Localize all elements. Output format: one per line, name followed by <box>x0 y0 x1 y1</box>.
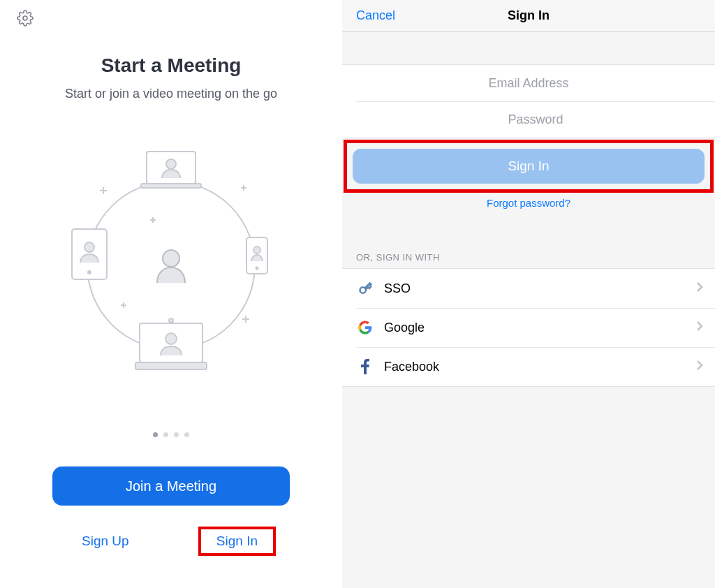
chevron-right-icon <box>695 320 704 335</box>
credentials-form <box>342 64 715 138</box>
google-label: Google <box>384 321 695 335</box>
google-icon <box>356 321 374 335</box>
svg-point-5 <box>166 159 176 169</box>
devices-illustration <box>66 143 276 383</box>
sign-in-link[interactable]: Sign In <box>198 527 276 556</box>
alt-signin-label: OR, SIGN IN WITH <box>342 252 715 268</box>
svg-point-11 <box>256 267 258 270</box>
google-option[interactable]: Google <box>342 308 715 347</box>
key-icon <box>356 281 374 295</box>
sign-in-screen: Cancel Sign In Sign In Forgot password? … <box>342 0 715 588</box>
settings-icon[interactable] <box>17 10 34 29</box>
nav-title: Sign In <box>508 8 550 23</box>
password-field[interactable] <box>356 112 715 127</box>
welcome-subtitle: Start or join a video meeting on the go <box>65 87 277 101</box>
svg-point-14 <box>165 333 177 344</box>
page-dot <box>153 432 158 437</box>
svg-rect-4 <box>141 184 201 188</box>
welcome-screen: Start a Meeting Start or join a video me… <box>0 0 342 588</box>
page-dot <box>174 432 179 437</box>
page-indicator <box>153 383 189 437</box>
sso-label: SSO <box>384 281 695 296</box>
cancel-button[interactable]: Cancel <box>356 8 395 23</box>
forgot-password-link[interactable]: Forgot password? <box>342 197 715 209</box>
facebook-label: Facebook <box>384 360 695 374</box>
chevron-right-icon <box>695 281 704 296</box>
svg-point-0 <box>23 16 27 20</box>
page-dot <box>184 432 189 437</box>
svg-point-13 <box>169 318 173 323</box>
svg-rect-15 <box>135 362 207 369</box>
nav-bar: Cancel Sign In <box>342 0 715 32</box>
facebook-icon <box>356 359 374 374</box>
svg-point-8 <box>88 271 91 274</box>
svg-point-2 <box>163 250 179 267</box>
chevron-right-icon <box>695 359 704 374</box>
alt-signin-list: SSO Google <box>342 268 715 387</box>
facebook-option[interactable]: Facebook <box>342 347 715 386</box>
email-field[interactable] <box>342 76 715 91</box>
sign-in-highlight: Sign In <box>344 140 714 193</box>
welcome-title: Start a Meeting <box>101 54 242 77</box>
join-meeting-button[interactable]: Join a Meeting <box>52 466 290 506</box>
page-dot <box>163 432 168 437</box>
sign-in-button[interactable]: Sign In <box>353 149 705 184</box>
svg-point-7 <box>84 242 94 252</box>
svg-point-10 <box>253 247 260 253</box>
sso-option[interactable]: SSO <box>342 269 715 308</box>
sign-up-link[interactable]: Sign Up <box>66 529 145 553</box>
